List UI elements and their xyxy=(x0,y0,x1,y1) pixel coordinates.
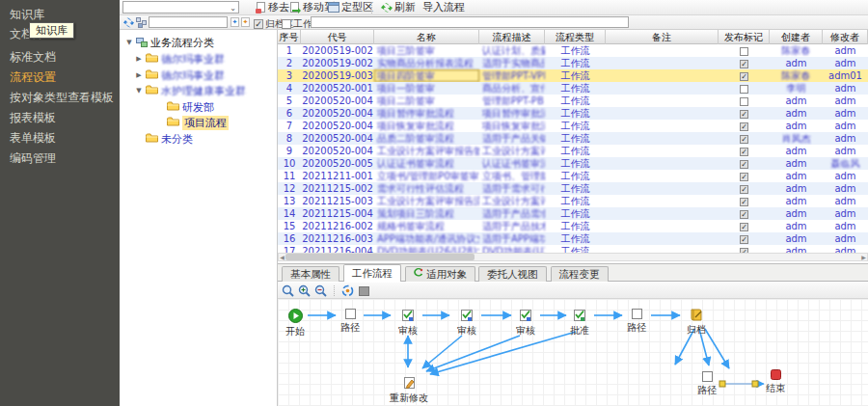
column-header-7[interactable]: 发布标记 xyxy=(719,30,770,44)
table-row[interactable]: 1420211215-004策划项目三阶流程适用于产品需求定义..工作流✓adm… xyxy=(278,207,868,220)
snapshot-icon[interactable] xyxy=(358,284,370,297)
column-header-4[interactable]: 流程描述 xyxy=(479,30,545,44)
flow-node-archive-8[interactable]: 归档 xyxy=(675,309,718,335)
flow-node-rework-9[interactable]: 重新修改 xyxy=(388,376,430,403)
row-published[interactable]: ✓ xyxy=(719,107,770,120)
row-published[interactable]: ✓ xyxy=(719,120,770,132)
table-row[interactable]: 1320211215-003工业设计方案评审报告流程工业设计方案评审报..工作流… xyxy=(278,195,868,207)
scroll-right-arrow-icon[interactable]: ▶ xyxy=(860,254,867,260)
work-checkbox-box[interactable] xyxy=(282,19,291,29)
publish-checkbox[interactable]: ✓ xyxy=(740,185,748,194)
sidebar-item-5[interactable]: 按对象类型查看模板 xyxy=(10,91,114,105)
table-row[interactable]: 120200519-002项目三阶签审认证计划、质量检验..工作流陈家春adm xyxy=(278,44,868,57)
expander-icon[interactable]: ▼ xyxy=(125,36,133,50)
publish-checkbox[interactable]: ✓ xyxy=(740,122,748,131)
row-published[interactable]: ✓ xyxy=(719,207,770,220)
flow-node-review-4[interactable]: 审核 xyxy=(446,309,488,336)
sidebar-item-7[interactable]: 表单模板 xyxy=(10,131,56,146)
row-published[interactable]: ✓ xyxy=(719,145,770,157)
table-row[interactable]: 620200520-004项目暂停审批流程项目暂停审批流程工作流✓admadm xyxy=(278,107,868,120)
flow-node-review-3[interactable]: 审核 xyxy=(387,309,429,336)
publish-checkbox[interactable]: ✓ xyxy=(740,223,748,231)
refresh-tree-icon[interactable] xyxy=(123,17,134,28)
publish-checkbox[interactable]: ✓ xyxy=(740,110,748,119)
archive-checkbox-box[interactable]: ✓ xyxy=(254,19,263,29)
table-row[interactable]: 1620211216-003APP端功能表/通讯协议文档..适用于APP端功能表… xyxy=(278,232,868,245)
search-up-button[interactable]: ✦ xyxy=(241,17,250,27)
fit-view-icon[interactable] xyxy=(341,284,354,297)
publish-checkbox[interactable]: ✓ xyxy=(740,198,748,206)
table-row[interactable]: 1020200520-005认证证书签审流程认证证书签审流程工作流✓adm聂临风 xyxy=(278,157,868,170)
row-published[interactable]: ✓ xyxy=(719,195,770,207)
table-row[interactable]: 920200520-004工业设计方案评审报告签审..工业设计方案评审报..工作… xyxy=(278,145,868,157)
row-published[interactable]: ✓ xyxy=(719,157,770,170)
remove-button[interactable]: 移去 xyxy=(256,0,289,14)
zoom-in-icon[interactable] xyxy=(298,284,311,297)
row-published[interactable]: ✓ xyxy=(719,182,770,195)
flow-node-path-10[interactable]: 路径 xyxy=(686,371,728,395)
row-published[interactable]: ✓ xyxy=(719,245,770,253)
publish-checkbox[interactable]: ✓ xyxy=(740,72,748,81)
publish-checkbox[interactable]: ✓ xyxy=(740,173,748,181)
zoom-out-icon[interactable] xyxy=(314,284,327,297)
table-row[interactable]: 820200520-004品质二阶签审流程适用于产品关键性能..工作流✓肖凤杰a… xyxy=(278,132,868,145)
column-header-9[interactable]: 修改者 xyxy=(823,30,868,44)
row-published[interactable]: ✓ xyxy=(719,132,770,145)
refresh-button[interactable]: 刷新 xyxy=(381,0,416,14)
expander-icon[interactable]: ▶ xyxy=(135,52,143,67)
publish-checkbox[interactable] xyxy=(740,97,748,106)
row-published[interactable]: ✓ xyxy=(719,69,770,82)
publish-checkbox[interactable]: ✓ xyxy=(740,135,748,144)
publish-checkbox[interactable]: ✓ xyxy=(740,60,748,68)
column-header-1[interactable]: 序号 xyxy=(278,30,301,44)
publish-checkbox[interactable]: ✓ xyxy=(740,235,748,244)
zoom-icon[interactable] xyxy=(282,284,294,297)
row-published[interactable] xyxy=(719,95,770,107)
sidebar-item-6[interactable]: 报表模板 xyxy=(10,111,56,125)
table-hscrollbar[interactable]: ◀ ▶ xyxy=(278,253,868,261)
import-flow-button[interactable]: 导入流程 xyxy=(422,0,465,14)
column-header-6[interactable]: 备注 xyxy=(606,30,719,44)
row-published[interactable]: ✓ xyxy=(719,57,770,69)
flow-node-end-11[interactable]: 结束 xyxy=(754,369,797,393)
table-filter-input[interactable] xyxy=(311,16,629,28)
flow-node-path-2[interactable]: 路径 xyxy=(329,309,371,333)
table-row[interactable]: 520200520-004项目二阶签审管理部PPT-PB、立..工作流admad… xyxy=(278,95,868,107)
column-header-3[interactable]: 名称 xyxy=(374,30,479,44)
fixed-area-button[interactable]: 定型区 xyxy=(328,0,373,14)
column-header-2[interactable]: 代号 xyxy=(301,30,374,44)
row-published[interactable]: ✓ xyxy=(719,170,770,182)
flow-node-start-1[interactable]: 开始 xyxy=(278,309,316,337)
tab-3[interactable]: 适用对象 xyxy=(405,266,475,282)
row-published[interactable] xyxy=(719,82,770,95)
tree-item-3[interactable]: ▼水护理健康事业群 xyxy=(135,84,246,98)
tab-4[interactable]: 委托人视图 xyxy=(478,266,547,282)
tab-2[interactable]: 工作流程 xyxy=(343,264,401,282)
tree-item-2[interactable]: ▶德尔玛事业群 xyxy=(135,68,225,83)
tree-view-icon[interactable] xyxy=(136,17,147,28)
column-header-5[interactable]: 流程类型 xyxy=(545,30,606,44)
sidebar-item-1[interactable]: 知识库 xyxy=(10,8,44,22)
scroll-left-arrow-icon[interactable]: ◀ xyxy=(279,254,285,260)
publish-checkbox[interactable] xyxy=(740,47,748,56)
tree-search-input[interactable] xyxy=(149,16,228,28)
table-row[interactable]: 1120211211-001立项书/管理部P0审签审流程立项书、管理部P0..工… xyxy=(278,170,868,182)
tree-item-6[interactable]: 未分类 xyxy=(135,132,193,147)
category-combobox[interactable]: ⌄ xyxy=(122,1,239,14)
tab-1[interactable]: 基本属性 xyxy=(282,266,339,282)
tree-item-4[interactable]: 研发部 xyxy=(156,100,214,115)
table-row[interactable]: 1720211216-004DVD功能表(U26/U28)文档DVD功能表(U2… xyxy=(278,245,868,253)
expander-icon[interactable]: ▶ xyxy=(135,68,143,83)
table-row[interactable]: 420200520-001项目一阶签审商品分析、宣传清单..工作流李明adm xyxy=(278,82,868,95)
sidebar-item-3[interactable]: 标准文档 xyxy=(10,50,56,65)
sidebar-item-4[interactable]: 流程设置 xyxy=(10,70,56,85)
flow-node-approve-6[interactable]: 批准 xyxy=(558,309,601,336)
workflow-canvas[interactable]: 开始路径审核审核审核批准路径归档重新修改路径结束 xyxy=(278,299,868,406)
publish-checkbox[interactable]: ✓ xyxy=(740,160,748,169)
publish-checkbox[interactable] xyxy=(740,85,748,94)
row-published[interactable]: ✓ xyxy=(719,220,770,232)
table-row[interactable]: 720200520-004项目恢复审批流程项目恢复审批流程工作流✓admadm xyxy=(278,120,868,132)
expander-icon[interactable]: ▼ xyxy=(135,84,143,98)
tree-root-item[interactable]: ▼业务流程分类 xyxy=(125,36,214,50)
table-row[interactable]: 320200519-003项目四阶签审管理部PPT-VPD、..工作流✓陈家春a… xyxy=(278,69,868,82)
